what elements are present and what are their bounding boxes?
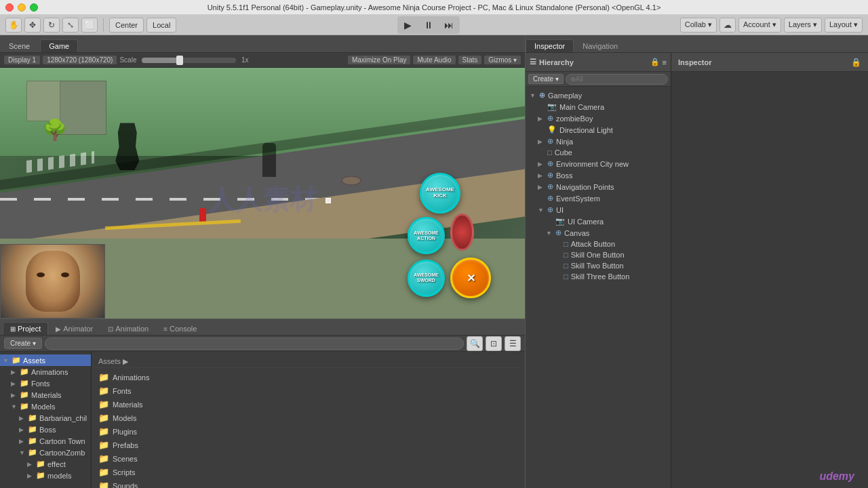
hier-item-zombieboy[interactable]: ▶ ⊕ zombieBoy	[526, 113, 671, 124]
play-controls: ▶ ⏸ ⏭	[397, 16, 460, 34]
tab-game[interactable]: Game	[40, 39, 78, 52]
traffic-lights	[5, 3, 38, 12]
attack-button[interactable]: ✕	[450, 258, 491, 298]
webcam-overlay	[0, 244, 105, 319]
file-item-plugins[interactable]: 📁Plugins	[96, 425, 521, 438]
game-ui-overlay: AWESOMEKICK AWESOMEACTION AWESOMESWORD ✕	[408, 173, 491, 298]
options-button[interactable]: ☰	[505, 336, 521, 351]
step-button[interactable]: ⏭	[439, 18, 458, 33]
inspector-panel: Inspector 🔒 ⊕ ⊕	[671, 53, 868, 488]
sort-button[interactable]: ⊡	[486, 336, 502, 351]
tree-item-cartoon-town[interactable]: ▶ 📁 Cartoon Town	[16, 435, 91, 447]
tree-item-boss[interactable]: ▶ 📁 Boss	[16, 424, 91, 435]
hier-item-nav-points[interactable]: ▶ ⊕ Navigation Points	[526, 181, 671, 192]
tree-item-materials[interactable]: ▶ 📁 Materials	[8, 389, 91, 401]
center-button[interactable]: Center	[109, 18, 144, 33]
close-button[interactable]	[5, 3, 14, 12]
account-button[interactable]: Account ▾	[738, 18, 781, 33]
hierarchy-panel: ☰ Hierarchy 🔒 ≡ Create ▾ ▼ ⊕ Gameplay	[526, 53, 671, 488]
stats-button[interactable]: Stats	[458, 56, 482, 64]
file-item-prefabs[interactable]: 📁Prefabs	[96, 439, 521, 451]
file-item-scenes[interactable]: 📁Scenes	[96, 452, 521, 465]
awesome-kick-button[interactable]: AWESOMEKICK	[420, 173, 460, 214]
tab-animation[interactable]: ⊡Animation	[100, 322, 156, 335]
create-button[interactable]: Create ▾	[4, 338, 42, 349]
hier-item-ninja[interactable]: ▶ ⊕ Ninja	[526, 136, 671, 147]
move-tool-button[interactable]: ✥	[24, 18, 41, 33]
hier-item-event-system[interactable]: ⊕ EventSystem	[526, 192, 671, 204]
tree-item-models2[interactable]: ▶ 📁 models	[24, 470, 91, 481]
tree-item-animations[interactable]: ▶ 📁 Animations	[8, 366, 91, 378]
hier-item-canvas[interactable]: ▼ ⊕ Canvas	[526, 227, 671, 239]
file-item-models[interactable]: 📁Models	[96, 411, 521, 424]
layers-button[interactable]: Layers ▾	[784, 18, 822, 33]
layout-button[interactable]: Layout ▾	[825, 18, 863, 33]
scale-tool-button[interactable]: ⤡	[62, 18, 79, 33]
tree-item-assets[interactable]: ▼ 📁 Assets	[0, 354, 91, 366]
collab-button[interactable]: Collab ▾	[680, 18, 717, 33]
hierarchy-lock-icon[interactable]: 🔒	[650, 58, 660, 66]
hier-item-skill-three[interactable]: □ Skill Three Button	[526, 271, 671, 282]
left-panel: Scene Game Display 1 868x488 (868x488)…	[0, 35, 526, 488]
cloud-button[interactable]: ☁	[719, 18, 736, 33]
awesome-action-button[interactable]: AWESOMEACTION	[408, 217, 445, 254]
awesome-sword-button[interactable]: AWESOMESWORD	[408, 260, 445, 297]
minimize-button[interactable]	[18, 3, 26, 12]
hier-item-environment-city[interactable]: ▶ ⊕ Environment City new	[526, 158, 671, 169]
view-tabs: Scene Game	[0, 35, 525, 53]
search-input[interactable]	[45, 338, 464, 350]
hier-item-skill-one[interactable]: □ Skill One Button	[526, 249, 671, 260]
tree-item-effect[interactable]: ▶ 📁 effect	[24, 458, 91, 470]
file-item-sounds[interactable]: 📁Sounds	[96, 479, 521, 488]
tree-item-barbarian[interactable]: ▶ 📁 Barbarian_chil	[16, 412, 91, 424]
maximize-button[interactable]	[30, 3, 38, 12]
hand-tool-button[interactable]: ✋	[5, 18, 22, 33]
main-layout: Scene Game Display 1 868x488 (868x488)…	[0, 35, 868, 488]
game-viewport: 🌳 AWESOMEKICK	[0, 68, 525, 319]
main-toolbar: ✋ ✥ ↻ ⤡ ⬜ Center Local ▶ ⏸ ⏭ Collab ▾ ☁ …	[0, 15, 868, 35]
hierarchy-menu-icon[interactable]: ≡	[663, 58, 667, 66]
display-selector[interactable]: Display 1	[4, 56, 40, 64]
file-item-fonts[interactable]: 📁Fonts	[96, 384, 521, 397]
tab-navigation[interactable]: Navigation	[574, 39, 627, 52]
rect-tool-button[interactable]: ⬜	[81, 18, 98, 33]
toolbar-sep-1	[103, 18, 104, 32]
hier-search-input[interactable]	[566, 74, 668, 85]
maximize-on-play[interactable]: Maximize On Play	[348, 56, 411, 64]
rotate-tool-button[interactable]: ↻	[43, 18, 60, 33]
tree-item-fonts[interactable]: ▶ 📁 Fonts	[8, 378, 91, 389]
hier-item-skill-two[interactable]: □ Skill Two Button	[526, 260, 671, 271]
tab-animator[interactable]: ▶Animator	[48, 322, 100, 335]
file-item-animations[interactable]: 📁Animations	[96, 371, 521, 384]
mute-audio[interactable]: Mute Audio	[413, 56, 455, 64]
scale-label: Scale	[119, 56, 136, 64]
file-item-materials[interactable]: 📁Materials	[96, 398, 521, 411]
hier-item-directional-light[interactable]: 💡 Directional Light	[526, 124, 671, 136]
tree-item-cartoonzomb[interactable]: ▼ 📁 CartoonZomb	[16, 447, 91, 458]
gizmos-button[interactable]: Gizmos ▾	[484, 56, 521, 64]
resolution-selector[interactable]: 868x488 (868x488)	[43, 56, 117, 64]
hier-item-ui-camera[interactable]: 📷 UI Camera	[526, 216, 671, 227]
inspector-lock-icon[interactable]: 🔒	[851, 58, 861, 67]
scale-value: 1x	[241, 56, 249, 64]
hierarchy-title: Hierarchy	[539, 58, 574, 66]
tree-item-models[interactable]: ▼ 📁 Models	[8, 401, 91, 412]
file-item-scripts[interactable]: 📁Scripts	[96, 466, 521, 479]
tab-scene[interactable]: Scene	[0, 39, 39, 52]
tab-project[interactable]: ⊞Project	[3, 322, 48, 335]
hier-item-attack-button[interactable]: □ Attack Button	[526, 239, 671, 249]
search-icon[interactable]: 🔍	[467, 336, 483, 351]
hier-item-boss[interactable]: ▶ ⊕ Boss	[526, 169, 671, 181]
titlebar: Unity 5.5.1f1 Personal (64bit) - Gamepla…	[0, 0, 868, 15]
tab-console[interactable]: ≡Console	[156, 322, 204, 335]
local-button[interactable]: Local	[146, 18, 176, 33]
project-toolbar: Create ▾ 🔍 ⊡ ☰	[0, 336, 525, 352]
hier-create-button[interactable]: Create ▾	[528, 74, 564, 84]
play-button[interactable]: ▶	[399, 18, 418, 33]
tab-inspector[interactable]: Inspector	[526, 39, 574, 52]
hier-item-ui[interactable]: ▼ ⊕ UI	[526, 204, 671, 216]
hier-item-gameplay[interactable]: ▼ ⊕ Gameplay	[526, 89, 671, 101]
hier-item-cube[interactable]: □ Cube	[526, 147, 671, 158]
pause-button[interactable]: ⏸	[419, 18, 438, 33]
hier-item-main-camera[interactable]: 📷 Main Camera	[526, 101, 671, 113]
